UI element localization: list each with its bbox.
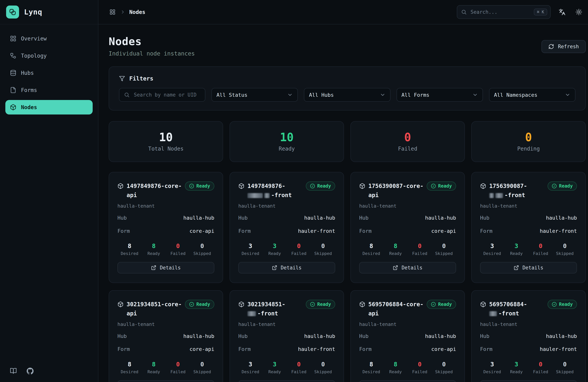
node-card-header: 5695706884--frontReady <box>480 300 577 318</box>
stat-desired: 8Desired <box>117 361 142 374</box>
filter-all-namespaces[interactable]: All Namespaces <box>489 88 575 102</box>
stat-value: 0 <box>525 132 532 143</box>
languages-icon <box>559 9 566 16</box>
check-circle-icon <box>189 183 194 188</box>
funnel-icon <box>119 76 125 82</box>
node-card: 3021934851-core-apiReadyhaulla-tenantHub… <box>109 290 223 382</box>
sidebar-item-hubs[interactable]: Hubs <box>5 66 93 80</box>
hub-value: haulla-hub <box>425 214 456 222</box>
stat-desired-label: Desired <box>117 251 142 256</box>
form-row: Formcore-api <box>117 345 214 353</box>
stat-desired-value: 8 <box>359 361 383 368</box>
node-name-area: 5695706884--front <box>480 300 527 318</box>
stat-label: Total Nodes <box>148 146 183 152</box>
check-circle-icon <box>189 302 194 307</box>
external-link-icon <box>151 265 156 270</box>
brand[interactable]: Lynq <box>0 0 98 24</box>
search-shortcut: ⌘ K <box>534 9 547 16</box>
stat-failed-value: 0 <box>166 361 190 368</box>
stat-value: 10 <box>159 132 173 143</box>
sidebar-item-forms[interactable]: Forms <box>5 83 93 97</box>
stat-failed-label: Failed <box>528 251 553 256</box>
node-name-area: 1497849876--front <box>238 181 292 200</box>
stat-ready: 3Ready <box>504 361 528 374</box>
brand-name: Lynq <box>24 8 42 16</box>
stat-ready-value: 3 <box>263 361 287 368</box>
github-button[interactable] <box>27 367 34 374</box>
filter-search[interactable] <box>119 88 205 102</box>
page-header: Nodes Individual node instances Refresh <box>109 35 586 57</box>
stat-skipped-label: Skipped <box>311 369 335 374</box>
stat-ready: 3Ready <box>504 243 528 256</box>
tenant-label: haulla-tenant <box>238 321 335 327</box>
global-search-input[interactable] <box>470 9 531 15</box>
tenant-label: haulla-tenant <box>480 321 577 327</box>
stat-label: Ready <box>279 146 295 152</box>
app-root: Lynq OverviewTopologyHubsFormsNodes Node… <box>0 0 588 382</box>
stat-failed-label: Failed <box>287 369 311 374</box>
node-name: 3021934851--front <box>248 300 285 318</box>
sidebar-item-nodes[interactable]: Nodes <box>5 100 93 114</box>
form-row: Formhauler-front <box>480 345 577 353</box>
status-badge-label: Ready <box>317 183 331 189</box>
sidebar-item-label: Overview <box>21 36 47 42</box>
filter-all-status[interactable]: All Status <box>211 88 298 102</box>
details-button[interactable]: Details <box>117 380 214 382</box>
details-button[interactable]: Details <box>238 380 335 382</box>
details-button[interactable]: Details <box>238 262 335 273</box>
stat-failed: 0Failed <box>166 243 190 256</box>
stat-ready-value: 3 <box>504 361 528 368</box>
node-stats: 3Desired3Ready0Failed0Skipped <box>238 361 335 374</box>
node-card: 5695706884--frontReadyhaulla-tenantHubha… <box>471 290 586 382</box>
check-circle-icon <box>310 183 315 188</box>
search-icon <box>461 9 467 15</box>
details-label: Details <box>281 265 302 270</box>
filter-all-hubs[interactable]: All Hubs <box>304 88 390 102</box>
refresh-button[interactable]: Refresh <box>542 40 586 53</box>
theme-toggle-button[interactable] <box>573 7 584 17</box>
hub-label: Hub <box>359 214 369 222</box>
sidebar-item-overview[interactable]: Overview <box>5 31 93 46</box>
funnel-icon <box>119 76 125 82</box>
stat-failed-label: Failed <box>166 369 190 374</box>
search-icon <box>124 92 130 98</box>
stat-skipped-label: Skipped <box>553 369 577 374</box>
status-badge: Ready <box>427 181 456 191</box>
details-button[interactable]: Details <box>359 262 456 273</box>
github-icon <box>27 367 34 374</box>
stat-failed-value: 0 <box>287 361 311 368</box>
form-row: Formhauler-front <box>480 227 577 235</box>
details-button[interactable]: Details <box>480 262 577 273</box>
sidebar: Lynq OverviewTopologyHubsFormsNodes <box>0 0 98 382</box>
stat-desired-label: Desired <box>238 369 263 374</box>
details-button[interactable]: Details <box>480 380 577 382</box>
stat-skipped: 0Skipped <box>553 243 577 256</box>
filters-row: All StatusAll HubsAll FormsAll Namespace… <box>119 88 575 102</box>
hub-label: Hub <box>480 214 489 222</box>
filter-search-input[interactable] <box>133 91 200 98</box>
refresh-label: Refresh <box>558 44 579 49</box>
details-button[interactable]: Details <box>359 380 456 382</box>
global-search[interactable]: ⌘ K <box>457 5 551 19</box>
stat-failed: 0Failed <box>528 361 553 374</box>
node-card: 1497849876-core-apiReadyhaulla-tenantHub… <box>109 172 223 283</box>
stat-skipped: 0Skipped <box>553 361 577 374</box>
cube-icon <box>117 183 124 189</box>
stat-skipped-value: 0 <box>190 243 214 249</box>
node-name: 1497849876--front <box>248 181 292 200</box>
sidebar-item-topology[interactable]: Topology <box>5 48 93 63</box>
docs-button[interactable] <box>10 367 17 374</box>
breadcrumb-home[interactable] <box>109 8 116 16</box>
language-button[interactable] <box>557 7 567 17</box>
stat-skipped-value: 0 <box>432 361 456 368</box>
node-name-area: 3021934851--front <box>238 300 285 318</box>
check-circle-icon <box>431 302 436 307</box>
stat-ready-label: Ready <box>142 369 166 374</box>
details-button[interactable]: Details <box>117 262 214 273</box>
filter-all-forms[interactable]: All Forms <box>397 88 483 102</box>
stat-skipped-label: Skipped <box>311 251 335 256</box>
chevron-right-icon <box>120 9 126 15</box>
node-name-area: 5695706884-core-api <box>359 300 424 318</box>
stat-ready: 8Ready <box>383 361 408 374</box>
sidebar-footer <box>0 360 98 382</box>
